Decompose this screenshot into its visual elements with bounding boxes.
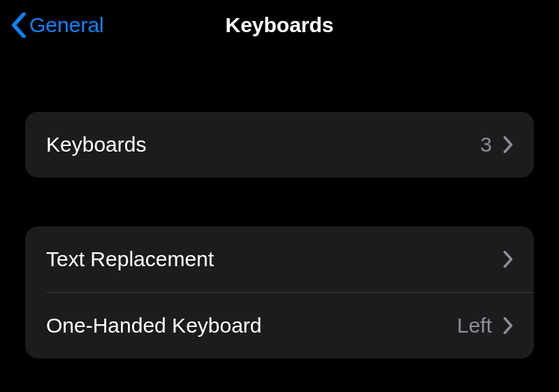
page-title: Keyboards [225, 13, 333, 37]
row-text-replacement[interactable]: Text Replacement [25, 226, 534, 292]
row-label-keyboards: Keyboards [46, 133, 480, 157]
chevron-left-icon [11, 13, 27, 38]
chevron-right-icon [503, 317, 513, 334]
row-one-handed-keyboard[interactable]: One-Handed Keyboard Left [25, 293, 534, 358]
row-value-keyboards-count: 3 [480, 133, 492, 157]
chevron-right-icon [503, 136, 513, 153]
back-button-label: General [29, 13, 104, 37]
settings-group-text: Text Replacement One-Handed Keyboard Lef… [25, 226, 534, 358]
back-button[interactable]: General [11, 13, 104, 38]
row-label-text-replacement: Text Replacement [46, 247, 503, 271]
navigation-bar: General Keyboards [0, 0, 559, 50]
row-keyboards[interactable]: Keyboards 3 [25, 112, 534, 177]
settings-group-keyboards: Keyboards 3 [25, 112, 534, 177]
row-label-one-handed: One-Handed Keyboard [46, 314, 457, 337]
chevron-right-icon [503, 251, 513, 268]
settings-content: Keyboards 3 Text Replacement One-Handed … [0, 112, 559, 358]
row-value-one-handed: Left [457, 314, 492, 337]
